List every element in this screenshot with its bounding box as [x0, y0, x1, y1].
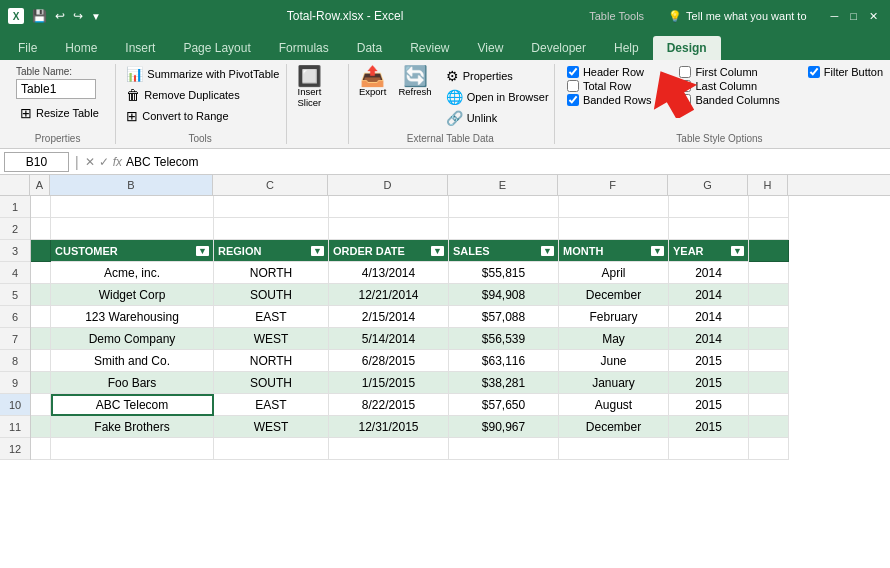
formula-confirm-icon[interactable]: ✓	[99, 155, 109, 169]
cell-h8[interactable]	[749, 350, 789, 372]
cell-h11[interactable]	[749, 416, 789, 438]
cell-e7[interactable]: $56,539	[449, 328, 559, 350]
cell-a2[interactable]	[31, 218, 51, 240]
filter-button-checkbox-label[interactable]: Filter Button	[808, 66, 883, 78]
row-header-11[interactable]: 11	[0, 416, 30, 438]
cell-a11[interactable]	[31, 416, 51, 438]
cell-g2[interactable]	[669, 218, 749, 240]
row-header-5[interactable]: 5	[0, 284, 30, 306]
row-header-7[interactable]: 7	[0, 328, 30, 350]
cell-c9[interactable]: SOUTH	[214, 372, 329, 394]
cell-c2[interactable]	[214, 218, 329, 240]
row-header-4[interactable]: 4	[0, 262, 30, 284]
export-btn[interactable]: 📤 Export	[355, 64, 390, 99]
tab-home[interactable]: Home	[51, 36, 111, 60]
cell-g4[interactable]: 2014	[669, 262, 749, 284]
summarize-pivottable-btn[interactable]: 📊 Summarize with PivotTable	[122, 64, 283, 84]
cell-h7[interactable]	[749, 328, 789, 350]
cell-c1[interactable]	[214, 196, 329, 218]
col-header-e[interactable]: E	[448, 175, 558, 195]
refresh-btn[interactable]: 🔄 Refresh	[394, 64, 435, 99]
row-header-6[interactable]: 6	[0, 306, 30, 328]
dropdown-orderdate[interactable]: ▼	[431, 246, 444, 256]
cell-b9[interactable]: Foo Bars	[51, 372, 214, 394]
formula-input[interactable]	[126, 155, 886, 169]
cell-f4[interactable]: April	[559, 262, 669, 284]
remove-duplicates-btn[interactable]: 🗑 Remove Duplicates	[122, 85, 283, 105]
cell-e5[interactable]: $94,908	[449, 284, 559, 306]
cell-h10[interactable]	[749, 394, 789, 416]
row-header-3[interactable]: 3	[0, 240, 30, 262]
tab-file[interactable]: File	[4, 36, 51, 60]
cell-h1[interactable]	[749, 196, 789, 218]
cell-h3[interactable]	[749, 240, 789, 262]
cell-b6[interactable]: 123 Warehousing	[51, 306, 214, 328]
cell-b1[interactable]	[51, 196, 214, 218]
cell-g5[interactable]: 2014	[669, 284, 749, 306]
cell-d2[interactable]	[329, 218, 449, 240]
cell-h2[interactable]	[749, 218, 789, 240]
cell-b11[interactable]: Fake Brothers	[51, 416, 214, 438]
row-header-12[interactable]: 12	[0, 438, 30, 460]
cell-g3-year[interactable]: YEAR ▼	[669, 240, 749, 262]
cell-g6[interactable]: 2014	[669, 306, 749, 328]
row-header-2[interactable]: 2	[0, 218, 30, 240]
tab-review[interactable]: Review	[396, 36, 463, 60]
cell-c3-region[interactable]: REGION ▼	[214, 240, 329, 262]
col-header-f[interactable]: F	[558, 175, 668, 195]
cell-c8[interactable]: NORTH	[214, 350, 329, 372]
total-row-checkbox-label[interactable]: Total Row	[567, 80, 652, 92]
cell-c10[interactable]: EAST	[214, 394, 329, 416]
tab-data[interactable]: Data	[343, 36, 396, 60]
cell-g9[interactable]: 2015	[669, 372, 749, 394]
cell-d9[interactable]: 1/15/2015	[329, 372, 449, 394]
cell-a9[interactable]	[31, 372, 51, 394]
cell-f11[interactable]: December	[559, 416, 669, 438]
cell-a8[interactable]	[31, 350, 51, 372]
tab-formulas[interactable]: Formulas	[265, 36, 343, 60]
cell-f6[interactable]: February	[559, 306, 669, 328]
cell-e1[interactable]	[449, 196, 559, 218]
banded-rows-checkbox[interactable]	[567, 94, 579, 106]
cell-e9[interactable]: $38,281	[449, 372, 559, 394]
cell-h9[interactable]	[749, 372, 789, 394]
last-column-checkbox[interactable]	[679, 80, 691, 92]
cell-d7[interactable]: 5/14/2014	[329, 328, 449, 350]
maximize-btn[interactable]: □	[850, 10, 857, 22]
cell-b7[interactable]: Demo Company	[51, 328, 214, 350]
banded-columns-checkbox[interactable]	[679, 94, 691, 106]
cell-g11[interactable]: 2015	[669, 416, 749, 438]
cell-reference-input[interactable]	[4, 152, 69, 172]
cell-f10[interactable]: August	[559, 394, 669, 416]
cell-f1[interactable]	[559, 196, 669, 218]
cell-c6[interactable]: EAST	[214, 306, 329, 328]
cell-f3-month[interactable]: MONTH ▼	[559, 240, 669, 262]
cell-e4[interactable]: $55,815	[449, 262, 559, 284]
cell-f5[interactable]: December	[559, 284, 669, 306]
cell-e11[interactable]: $90,967	[449, 416, 559, 438]
cell-d6[interactable]: 2/15/2014	[329, 306, 449, 328]
cell-e6[interactable]: $57,088	[449, 306, 559, 328]
close-btn[interactable]: ✕	[869, 10, 878, 23]
col-header-g[interactable]: G	[668, 175, 748, 195]
open-browser-btn[interactable]: 🌐 Open in Browser	[442, 87, 553, 107]
cell-d12[interactable]	[329, 438, 449, 460]
cell-d3-orderdate[interactable]: ORDER DATE ▼	[329, 240, 449, 262]
resize-table-btn[interactable]: ⊞ Resize Table	[16, 103, 103, 123]
dropdown-customer[interactable]: ▼	[196, 246, 209, 256]
col-header-c[interactable]: C	[213, 175, 328, 195]
header-row-checkbox-label[interactable]: Header Row	[567, 66, 652, 78]
dropdown-month[interactable]: ▼	[651, 246, 664, 256]
cell-e10[interactable]: $57,650	[449, 394, 559, 416]
cell-b12[interactable]	[51, 438, 214, 460]
cell-b3-customer[interactable]: CUSTOMER ▼	[51, 240, 214, 262]
cell-c11[interactable]: WEST	[214, 416, 329, 438]
cell-a6[interactable]	[31, 306, 51, 328]
header-row-checkbox[interactable]	[567, 66, 579, 78]
convert-to-range-btn[interactable]: ⊞ Convert to Range	[122, 106, 283, 126]
cell-e8[interactable]: $63,116	[449, 350, 559, 372]
row-header-8[interactable]: 8	[0, 350, 30, 372]
cell-e3-sales[interactable]: SALES ▼	[449, 240, 559, 262]
formula-function-icon[interactable]: fx	[113, 155, 122, 169]
col-header-a[interactable]: A	[30, 175, 50, 195]
